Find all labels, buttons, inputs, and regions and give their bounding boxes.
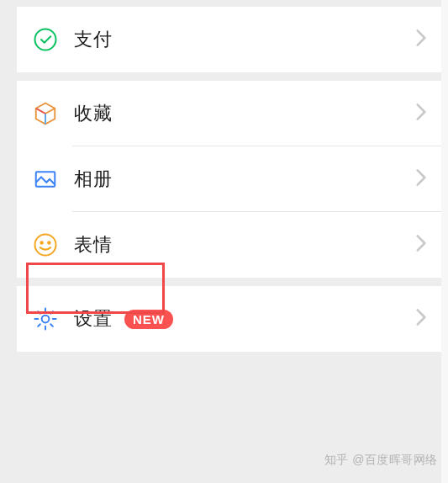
menu-item-label: 表情 [74, 232, 113, 257]
menu-section: 设置 NEW [17, 286, 441, 352]
menu-item-album[interactable]: 相册 [17, 146, 441, 212]
pay-icon [32, 26, 59, 53]
menu-item-favorites[interactable]: 收藏 [17, 81, 441, 146]
cube-icon [32, 100, 59, 127]
menu-item-label: 收藏 [74, 101, 113, 126]
svg-point-5 [42, 316, 50, 323]
right-edge-strip [441, 0, 448, 483]
svg-point-0 [35, 29, 56, 50]
chevron-right-icon [416, 309, 426, 329]
menu-item-label: 相册 [74, 167, 113, 192]
menu-section: 收藏 相册 [17, 81, 441, 278]
smile-icon [32, 231, 59, 258]
menu-item-emoji[interactable]: 表情 [17, 212, 441, 278]
chevron-right-icon [416, 29, 426, 50]
chevron-right-icon [416, 235, 426, 255]
chevron-right-icon [416, 104, 426, 124]
svg-point-3 [40, 242, 43, 244]
menu-item-label: 支付 [74, 27, 113, 52]
gear-icon [32, 305, 59, 332]
menu-item-settings[interactable]: 设置 NEW [17, 286, 441, 352]
photo-icon [32, 166, 59, 193]
svg-point-4 [48, 242, 50, 244]
menu-item-pay[interactable]: 支付 [17, 7, 441, 72]
svg-point-2 [35, 235, 56, 256]
watermark-text: 知乎 @百度晖哥网络 [324, 453, 438, 468]
menu-item-label: 设置 [74, 306, 113, 332]
new-badge: NEW [124, 310, 173, 329]
chevron-right-icon [416, 169, 426, 189]
menu-section: 支付 [17, 7, 441, 72]
settings-menu-container: 支付 收藏 [0, 0, 441, 483]
